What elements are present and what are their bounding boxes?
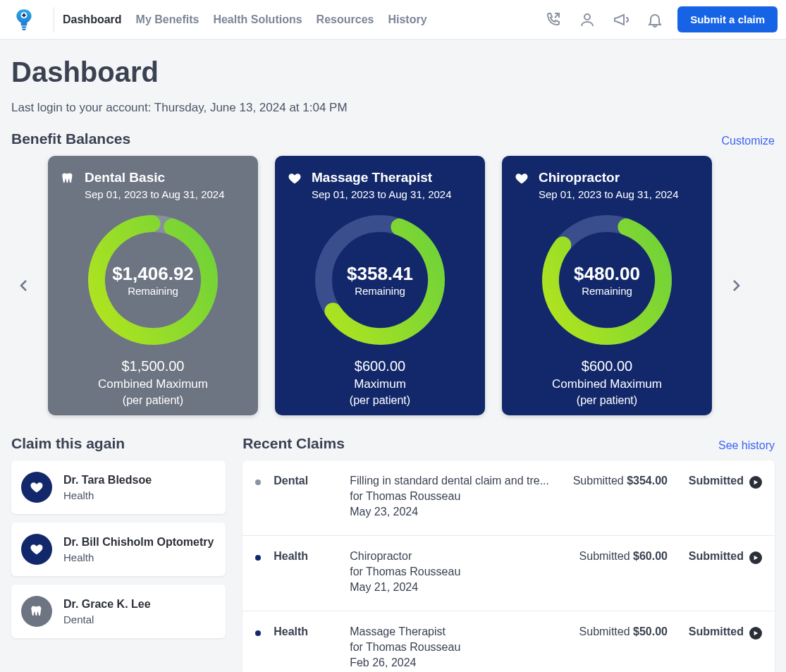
last-login-text: Last login to your account: Thursday, Ju… xyxy=(11,101,775,115)
customize-link[interactable]: Customize xyxy=(721,135,775,147)
claim-status-button[interactable]: Submitted xyxy=(680,625,762,672)
claim-row: Health Massage Therapist for Thomas Rous… xyxy=(242,611,775,672)
balance-card[interactable]: Massage Therapist Sep 01, 2023 to Aug 31… xyxy=(275,156,485,415)
balance-card-dates: Sep 01, 2023 to Aug 31, 2024 xyxy=(312,188,452,200)
play-icon xyxy=(749,551,762,564)
balance-card-title: Chiropractor xyxy=(539,170,679,185)
balance-note: (per patient) xyxy=(123,394,183,407)
benefit-balances-heading: Benefit Balances xyxy=(11,130,130,147)
balance-max-amount: $600.00 xyxy=(355,358,405,374)
divider xyxy=(54,7,54,32)
page-title: Dashboard xyxy=(11,56,775,88)
svg-point-5 xyxy=(584,14,590,20)
claim-description: Chiropractor xyxy=(350,550,549,563)
claim-again-name: Dr. Tara Bledsoe xyxy=(63,474,152,487)
balance-donut: $480.00 Remaining xyxy=(540,213,674,347)
nav-resources[interactable]: Resources xyxy=(317,13,374,26)
nav-my-benefits[interactable]: My Benefits xyxy=(136,13,199,26)
balance-card-dates: Sep 01, 2023 to Aug 31, 2024 xyxy=(85,188,225,200)
balance-card[interactable]: Dental Basic Sep 01, 2023 to Aug 31, 202… xyxy=(48,156,258,415)
carousel-prev-button[interactable] xyxy=(11,273,37,298)
recent-claims-heading: Recent Claims xyxy=(242,435,345,452)
balance-max-amount: $600.00 xyxy=(582,358,632,374)
heart-icon xyxy=(288,171,303,187)
status-dot xyxy=(255,555,261,561)
play-icon xyxy=(749,476,762,489)
claim-description: Massage Therapist xyxy=(350,625,549,638)
claim-for: for Thomas Rousseau xyxy=(350,490,549,503)
megaphone-icon[interactable] xyxy=(613,11,630,28)
claim-row: Dental Filling in standard dental claim … xyxy=(242,460,775,536)
balance-donut: $1,406.92 Remaining xyxy=(86,213,220,347)
claim-again-card[interactable]: Dr. Grace K. Lee Dental xyxy=(11,585,226,638)
claim-category: Health xyxy=(274,625,337,672)
claim-again-card[interactable]: Dr. Bill Chisholm Optometry Health xyxy=(11,523,226,576)
heart-icon xyxy=(21,472,52,503)
logo[interactable] xyxy=(8,4,39,35)
submit-claim-button[interactable]: Submit a claim xyxy=(677,6,778,32)
see-history-link[interactable]: See history xyxy=(718,439,775,452)
balance-remaining-label: Remaining xyxy=(128,285,178,297)
balance-remaining-amount: $1,406.92 xyxy=(112,263,194,285)
claim-date: Feb 26, 2024 xyxy=(350,656,549,669)
svg-rect-0 xyxy=(22,26,26,28)
balance-remaining-label: Remaining xyxy=(582,285,632,297)
balance-note: (per patient) xyxy=(350,394,410,407)
claim-again-category: Health xyxy=(63,551,214,563)
carousel-next-button[interactable] xyxy=(723,273,749,298)
claim-description: Filling in standard dental claim and tre… xyxy=(350,475,549,487)
claim-category: Dental xyxy=(274,475,337,521)
heart-icon xyxy=(21,534,52,565)
claim-category: Health xyxy=(274,550,337,597)
status-dot xyxy=(255,479,261,485)
claim-date: May 21, 2024 xyxy=(350,581,549,594)
tooth-icon xyxy=(21,596,52,627)
balance-remaining-label: Remaining xyxy=(355,285,405,297)
claim-date: May 23, 2024 xyxy=(350,506,549,518)
claim-again-name: Dr. Grace K. Lee xyxy=(63,598,151,611)
claim-again-card[interactable]: Dr. Tara Bledsoe Health xyxy=(11,460,226,514)
balance-note: (per patient) xyxy=(577,394,637,407)
user-icon[interactable] xyxy=(579,11,596,28)
status-dot xyxy=(255,630,261,636)
balance-card-title: Dental Basic xyxy=(85,170,225,185)
claim-row: Health Chiropractor for Thomas Rousseau … xyxy=(242,536,775,611)
claim-for: for Thomas Rousseau xyxy=(350,566,549,578)
balance-card-dates: Sep 01, 2023 to Aug 31, 2024 xyxy=(539,188,679,200)
bell-icon[interactable] xyxy=(646,11,663,28)
claim-amount: Submitted $354.00 xyxy=(562,475,668,521)
claim-again-category: Dental xyxy=(63,613,151,625)
balance-card-title: Massage Therapist xyxy=(312,170,452,185)
svg-rect-1 xyxy=(22,28,25,30)
claim-again-heading: Claim this again xyxy=(11,435,125,452)
balance-remaining-amount: $480.00 xyxy=(574,263,640,285)
main-nav: Dashboard My Benefits Health Solutions R… xyxy=(63,13,427,26)
play-icon xyxy=(749,627,762,640)
balance-card[interactable]: Chiropractor Sep 01, 2023 to Aug 31, 202… xyxy=(502,156,712,415)
balance-max-label: Maximum xyxy=(354,377,406,391)
claim-amount: Submitted $50.00 xyxy=(562,625,668,672)
heart-icon xyxy=(515,171,530,187)
claim-status-button[interactable]: Submitted xyxy=(680,550,762,597)
claim-again-name: Dr. Bill Chisholm Optometry xyxy=(63,536,214,549)
nav-dashboard[interactable]: Dashboard xyxy=(63,13,122,26)
claim-again-category: Health xyxy=(63,489,152,501)
phone-icon[interactable] xyxy=(545,11,562,28)
tooth-icon xyxy=(61,171,76,187)
balances-carousel: Dental Basic Sep 01, 2023 to Aug 31, 202… xyxy=(11,156,775,415)
balance-remaining-amount: $358.41 xyxy=(347,263,413,285)
topbar-icons xyxy=(545,11,663,28)
balance-donut: $358.41 Remaining xyxy=(313,213,447,347)
claim-amount: Submitted $60.00 xyxy=(562,550,668,597)
nav-health-solutions[interactable]: Health Solutions xyxy=(213,13,302,26)
nav-history[interactable]: History xyxy=(388,13,426,26)
claim-status-button[interactable]: Submitted xyxy=(680,475,762,521)
balance-max-amount: $1,500.00 xyxy=(122,358,185,374)
top-bar: Dashboard My Benefits Health Solutions R… xyxy=(0,0,786,39)
balance-max-label: Combined Maximum xyxy=(98,377,208,391)
svg-rect-4 xyxy=(22,14,25,16)
balance-max-label: Combined Maximum xyxy=(552,377,662,391)
claim-for: for Thomas Rousseau xyxy=(350,641,549,654)
